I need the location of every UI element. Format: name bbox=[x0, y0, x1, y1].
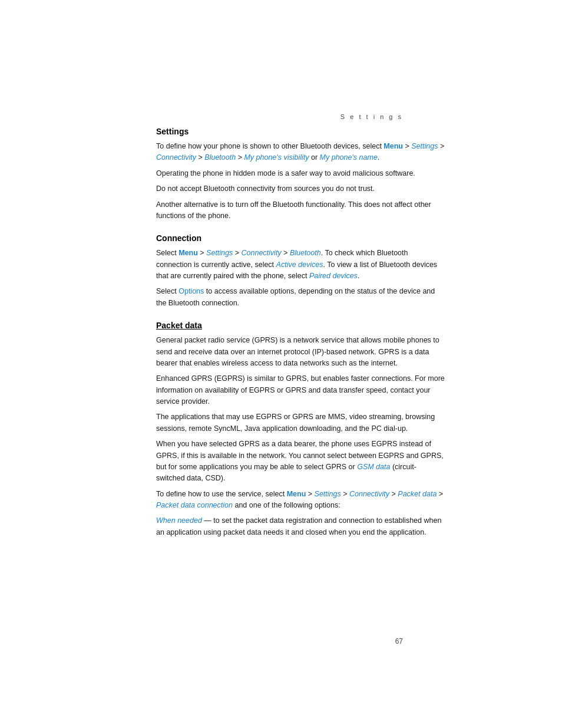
connectivity-link-2[interactable]: Connectivity bbox=[242, 249, 282, 257]
connection-para-1: Select Menu > Settings > Connectivity > … bbox=[156, 248, 445, 282]
my-phone-visibility-link[interactable]: My phone's visibility bbox=[244, 153, 309, 162]
packet-data-heading: Packet data bbox=[156, 321, 445, 330]
settings-section: Settings To define how your phone is sho… bbox=[156, 127, 445, 222]
active-devices-link[interactable]: Active devices bbox=[276, 261, 323, 269]
packet-para-5: To define how to use the service, select… bbox=[156, 489, 445, 512]
packet-para-6: When needed — to set the packet data reg… bbox=[156, 515, 445, 538]
header-label: S e t t i n g s bbox=[340, 113, 403, 120]
packet-data-section: Packet data General packet radio service… bbox=[156, 321, 445, 538]
settings-link-3[interactable]: Settings bbox=[315, 490, 341, 498]
packet-data-link[interactable]: Packet data bbox=[398, 490, 437, 498]
settings-para-1: To define how your phone is shown to oth… bbox=[156, 141, 445, 164]
content-area: Settings To define how your phone is sho… bbox=[156, 127, 445, 550]
settings-para-2: Operating the phone in hidden mode is a … bbox=[156, 168, 445, 179]
menu-link-2[interactable]: Menu bbox=[178, 249, 198, 257]
connection-heading: Connection bbox=[156, 233, 445, 243]
connectivity-link-1[interactable]: Connectivity bbox=[156, 153, 196, 162]
menu-link-3[interactable]: Menu bbox=[287, 490, 306, 498]
packet-para-1: General packet radio service (GPRS) is a… bbox=[156, 335, 445, 369]
options-link[interactable]: Options bbox=[178, 287, 204, 295]
settings-link-2[interactable]: Settings bbox=[206, 249, 233, 257]
menu-link-1[interactable]: Menu bbox=[384, 142, 403, 150]
packet-para-4: When you have selected GPRS as a data be… bbox=[156, 439, 445, 485]
packet-data-connection-link[interactable]: Packet data connection bbox=[156, 501, 233, 509]
paired-devices-link[interactable]: Paired devices bbox=[309, 272, 358, 280]
settings-heading: Settings bbox=[156, 127, 445, 136]
page-container: S e t t i n g s Settings To define how y… bbox=[0, 0, 562, 728]
settings-para-4: Another alternative is to turn off the B… bbox=[156, 199, 445, 222]
packet-para-2: Enhanced GPRS (EGPRS) is similar to GPRS… bbox=[156, 373, 445, 407]
bluetooth-link-2[interactable]: Bluetooth bbox=[290, 249, 321, 257]
page-number: 67 bbox=[395, 637, 403, 645]
connection-section: Connection Select Menu > Settings > Conn… bbox=[156, 233, 445, 309]
packet-para-3: The applications that may use EGPRS or G… bbox=[156, 411, 445, 434]
when-needed-link[interactable]: When needed bbox=[156, 516, 202, 525]
connection-para-2: Select Options to access available optio… bbox=[156, 286, 445, 309]
gsm-data-link[interactable]: GSM data bbox=[357, 463, 390, 471]
bluetooth-link-1[interactable]: Bluetooth bbox=[204, 153, 236, 162]
settings-link-1[interactable]: Settings bbox=[411, 142, 438, 150]
connectivity-link-3[interactable]: Connectivity bbox=[349, 490, 389, 498]
settings-para-3: Do not accept Bluetooth connectivity fro… bbox=[156, 183, 445, 195]
my-phone-name-link[interactable]: My phone's name bbox=[320, 153, 378, 162]
